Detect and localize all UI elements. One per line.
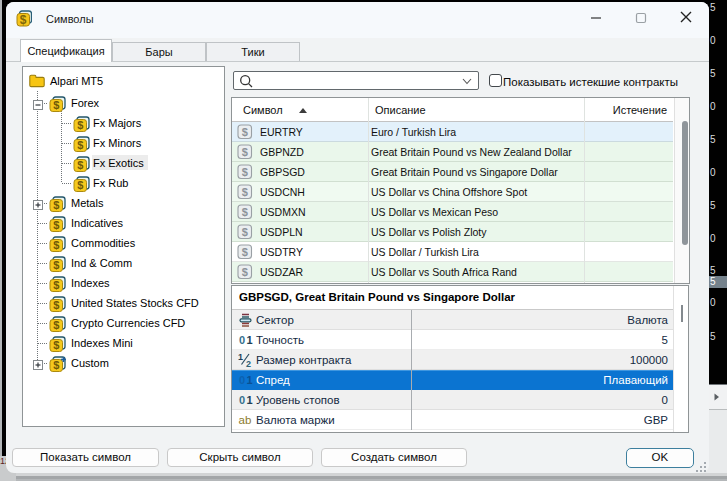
- svg-text:0: 0: [239, 374, 245, 386]
- svg-text:$: $: [53, 319, 59, 331]
- svg-text:$: $: [242, 226, 248, 238]
- svg-text:0: 0: [239, 394, 245, 406]
- svg-text:$: $: [20, 13, 27, 27]
- svg-text:ab: ab: [239, 414, 252, 426]
- svg-text:$: $: [53, 279, 59, 291]
- svg-text:$: $: [53, 99, 59, 111]
- svg-text:1: 1: [247, 334, 253, 346]
- svg-text:$: $: [53, 339, 59, 351]
- svg-text:$: $: [77, 119, 83, 131]
- svg-text:$: $: [53, 219, 59, 231]
- svg-text:$: $: [242, 266, 248, 278]
- svg-text:$: $: [53, 359, 59, 371]
- svg-text:1: 1: [247, 374, 253, 386]
- svg-text:0: 0: [239, 334, 245, 346]
- svg-text:$: $: [242, 166, 248, 178]
- svg-text:$: $: [53, 239, 59, 251]
- svg-text:$: $: [53, 299, 59, 311]
- svg-text:$: $: [242, 186, 248, 198]
- svg-text:$: $: [77, 139, 83, 151]
- svg-text:$: $: [242, 246, 248, 258]
- svg-text:$: $: [53, 199, 59, 211]
- svg-text:$: $: [77, 159, 83, 171]
- svg-text:$: $: [242, 206, 248, 218]
- svg-text:1: 1: [247, 394, 253, 406]
- svg-text:1: 1: [238, 352, 243, 362]
- svg-text:2: 2: [246, 359, 251, 367]
- svg-text:$: $: [53, 259, 59, 271]
- svg-text:$: $: [77, 179, 83, 191]
- svg-text:$: $: [242, 126, 248, 138]
- svg-text:$: $: [242, 146, 248, 158]
